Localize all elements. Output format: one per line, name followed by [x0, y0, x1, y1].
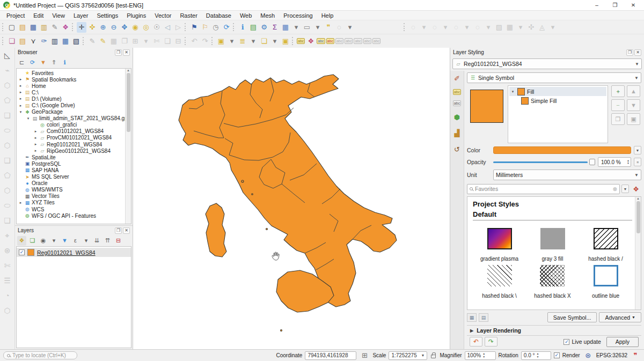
live-update-checkbox[interactable]: ✓ — [564, 339, 569, 345]
copy-features-icon[interactable]: ❑ — [163, 36, 172, 47]
measure-geometry-icon[interactable]: ◺ — [3, 50, 12, 61]
layout-manager-icon[interactable]: ✎ — [50, 22, 60, 33]
layer-item-reg[interactable]: ✓ Reg01012021_WGS84 — [17, 248, 131, 257]
browser-item-postgresql[interactable]: ▣ PostgreSQL — [17, 160, 125, 167]
deselect-all-icon[interactable]: ❏ — [259, 36, 269, 47]
layer-rendering-section[interactable]: ▶ Layer Rendering — [467, 325, 641, 336]
digitize-polygon-icon[interactable]: ⬡ — [3, 140, 12, 151]
browser-scrollbar[interactable]: ▲ — [125, 69, 131, 224]
expander-icon[interactable]: ▸ — [18, 201, 23, 205]
digitize-shape-icon[interactable]: ⬡ — [3, 80, 12, 91]
expander-icon[interactable]: ▸ — [18, 104, 23, 108]
symbol-tree-simple-fill-row[interactable]: Simple Fill — [509, 96, 606, 105]
temporal-controller-icon[interactable]: ◷ — [211, 22, 221, 33]
add-mesh-icon[interactable]: ▥ — [50, 36, 60, 47]
tab-diagrams-icon[interactable]: ▟ — [452, 128, 462, 138]
redo-icon[interactable]: ↷ — [200, 36, 210, 47]
collapse-all-layers-icon[interactable]: ⇈ — [103, 236, 112, 246]
dd6-icon[interactable]: ▾ — [548, 22, 558, 33]
magnifier-spinbox[interactable]: 100%▲▼ — [465, 351, 496, 360]
manage-themes-icon[interactable]: ◉ — [39, 236, 48, 246]
browser-item-geopackage[interactable]: ▾ ❖ GeoPackage — [17, 109, 125, 115]
dd5-icon[interactable]: ▾ — [516, 22, 525, 33]
dd2-icon[interactable]: ▾ — [441, 22, 450, 33]
refresh-browser-icon[interactable]: ⟳ — [28, 58, 37, 68]
identify-features-icon[interactable]: ℹ — [238, 22, 247, 33]
minimize-button[interactable]: – — [589, 1, 604, 10]
rotate-feature-icon[interactable]: ❏ — [3, 215, 12, 226]
add-group-icon[interactable]: ❏ — [28, 236, 37, 246]
measure-icon[interactable]: ▭ — [302, 22, 312, 33]
browser-item-sap-hana[interactable]: ▦ SAP HANA — [17, 167, 125, 173]
expander-icon[interactable]: ▸ — [18, 77, 23, 82]
deselect-dropdown-icon[interactable]: ▾ — [270, 36, 280, 47]
rotate-label-icon[interactable]: abc — [354, 38, 362, 44]
digitize-rect-icon[interactable]: ❏ — [3, 110, 12, 121]
edit-attrs-disabled-icon[interactable]: ▨ — [494, 22, 504, 33]
tab-3d-view-icon[interactable]: ⬢ — [452, 112, 462, 122]
menu-project[interactable]: Project — [2, 12, 29, 19]
browser-item-c-drive[interactable]: ▸ ▤ C:\ — [17, 89, 125, 95]
browser-item-oracle[interactable]: ● Oracle — [17, 180, 125, 187]
attribute-table-icon[interactable]: ▤ — [248, 22, 258, 33]
list-view-button[interactable]: ▤ — [479, 313, 488, 322]
messages-icon[interactable]: ❞ — [631, 350, 640, 361]
menu-database[interactable]: Database — [202, 12, 236, 19]
style-manager-icon[interactable]: ❖ — [631, 183, 641, 194]
move-up-icon[interactable]: ▲ — [627, 85, 640, 97]
toggle-editing-icon[interactable]: ✎ — [98, 36, 108, 47]
expander-icon[interactable]: ▸ — [18, 97, 23, 101]
zoom-to-layer-icon[interactable]: ◎ — [141, 22, 151, 33]
menu-processing[interactable]: Processing — [279, 12, 317, 19]
render-checkbox[interactable]: ✓ — [554, 352, 560, 358]
expand-all-layers-icon[interactable]: ⇊ — [92, 236, 101, 246]
close-button[interactable]: ✕ — [626, 1, 641, 10]
layer-visibility-checkbox[interactable]: ✓ — [19, 249, 25, 255]
cut-features-icon[interactable]: ✄ — [152, 36, 162, 47]
digitize-regular-icon[interactable]: ❏ — [3, 155, 12, 166]
layers-close-button[interactable]: ✕ — [123, 227, 130, 234]
new-layout-icon[interactable]: ▥ — [39, 22, 49, 33]
zoom-to-selection-icon[interactable]: ◉ — [130, 22, 140, 33]
menu-edit[interactable]: Edit — [29, 12, 48, 19]
multi-edit-disabled-icon[interactable]: ▦ — [505, 22, 515, 33]
maximize-button[interactable]: ❐ — [608, 1, 623, 10]
open-project-icon[interactable]: ▤ — [18, 22, 27, 33]
vertex-dropdown-icon[interactable]: ▾ — [141, 36, 151, 47]
zoom-out-icon[interactable]: ⊖ — [109, 22, 119, 33]
tab-labels-icon[interactable]: abc — [453, 89, 461, 95]
zoom-full-icon[interactable]: ✥ — [120, 22, 129, 33]
menu-help[interactable]: Help — [317, 12, 338, 19]
statistical-summary-icon[interactable]: Σ — [270, 22, 280, 33]
styling-layer-combo[interactable]: ▱ Reg01012021_WGS84 ▼ — [452, 58, 642, 69]
copy-move-icon[interactable]: ⬭ — [3, 200, 12, 211]
browser-item-google-drive[interactable]: ▸ ▤ C:\ (Google Drive) — [17, 102, 125, 108]
browser-item-vector-tiles[interactable]: ▦ Vector Tiles — [17, 193, 125, 200]
style-gray-3-fill[interactable]: gray 3 fill — [540, 228, 565, 262]
select-by-value-icon[interactable]: ≣ — [238, 36, 247, 47]
advanced-button[interactable]: Advanced ▼ — [599, 312, 641, 322]
duplicate-symbol-layer-icon[interactable]: ❐ — [611, 113, 625, 125]
new-bookmark-icon[interactable]: ⚑ — [189, 22, 199, 33]
properties-widget-icon[interactable]: ℹ — [60, 58, 69, 68]
filter-legend-icon[interactable]: ▼ — [60, 236, 69, 246]
digitize-ellipse-icon[interactable]: ⬭ — [3, 125, 12, 136]
menu-vector[interactable]: Vector — [150, 12, 175, 19]
clear-search-icon[interactable]: ⊗ — [613, 186, 617, 192]
browser-undock-button[interactable]: ❐ — [115, 49, 122, 56]
select-rectangle-icon[interactable]: ▣ — [216, 36, 226, 47]
add-raster-icon[interactable]: ▦ — [61, 36, 70, 47]
delete-features-icon[interactable]: ⊟ — [173, 36, 183, 47]
browser-item-home[interactable]: ▸ ⌂ Home — [17, 83, 125, 89]
scale-combo[interactable]: 1:7252275▼ — [389, 351, 427, 360]
remove-symbol-layer-icon[interactable]: − — [611, 99, 625, 111]
browser-item-wms[interactable]: ◍ WMS/WMTS — [17, 187, 125, 193]
rotate-disabled-icon[interactable]: ◬ — [537, 22, 547, 33]
lock-color-icon[interactable]: ▣ — [627, 113, 640, 125]
current-edits-icon[interactable]: ✎ — [87, 36, 97, 47]
add-ring-icon[interactable]: ⊛ — [3, 245, 12, 256]
split-features-icon[interactable]: ✄ — [3, 260, 12, 271]
new-project-icon[interactable]: ▢ — [7, 22, 17, 33]
add-vector-layer-icon[interactable]: ⋎ — [28, 36, 38, 47]
styling-undock-button[interactable]: ❐ — [626, 49, 633, 56]
